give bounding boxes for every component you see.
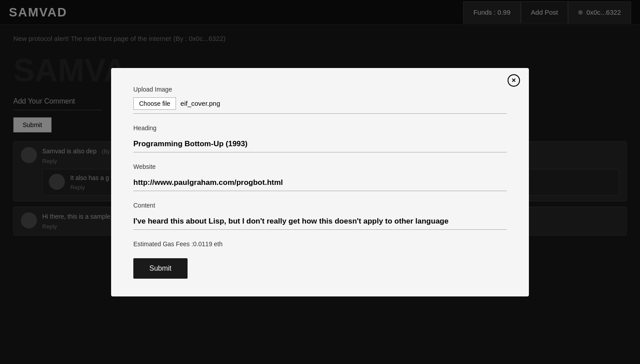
modal: × Upload Image Choose file eif_cover.png… (111, 68, 529, 296)
content-label: Content (133, 202, 507, 209)
upload-image-label: Upload Image (133, 86, 507, 93)
file-name-display: eif_cover.png (180, 100, 220, 107)
content-section: Content I've heard this about Lisp, but … (133, 202, 507, 230)
content-value[interactable]: I've heard this about Lisp, but I don't … (133, 213, 507, 230)
heading-value[interactable]: Programming Bottom-Up (1993) (133, 136, 507, 152)
heading-label: Heading (133, 124, 507, 132)
heading-section: Heading Programming Bottom-Up (1993) (133, 124, 507, 152)
website-section: Website http://www.paulgraham.com/progbo… (133, 163, 507, 191)
modal-close-button[interactable]: × (508, 74, 520, 87)
website-value[interactable]: http://www.paulgraham.com/progbot.html (133, 175, 507, 191)
choose-file-button[interactable]: Choose file (133, 97, 176, 110)
upload-image-section: Upload Image Choose file eif_cover.png (133, 86, 507, 114)
website-label: Website (133, 163, 507, 170)
gas-fees-label: Estimated Gas Fees :0.0119 eth (133, 240, 507, 248)
modal-submit-button[interactable]: Submit (133, 258, 188, 279)
file-input-wrapper: Choose file eif_cover.png (133, 97, 507, 114)
